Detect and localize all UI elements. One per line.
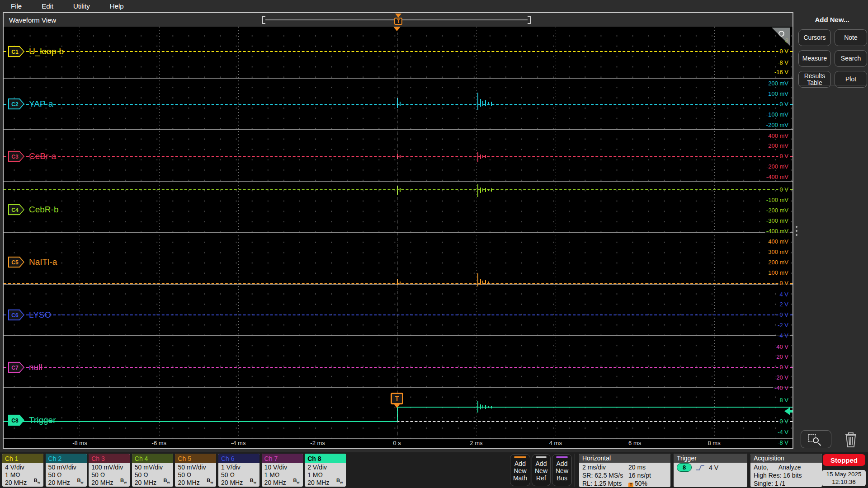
- channel-badge-c4[interactable]: C4: [8, 204, 24, 216]
- axis-label-c6: -4 V: [776, 333, 790, 339]
- waveform-burst: [477, 401, 478, 413]
- zoom-box-button[interactable]: [801, 430, 831, 448]
- channel-settings-body-ch2: 50 mV/div50 Ω20 MHzBw: [46, 463, 87, 487]
- time-axis-label: 4 ms: [549, 440, 562, 446]
- waveform-trace-c8-high[interactable]: [397, 407, 793, 408]
- channel-badge-c2[interactable]: C2: [8, 99, 24, 110]
- waveform-burst: [485, 100, 486, 106]
- axis-label-c7: 0 V: [778, 364, 790, 371]
- axis-label-c5: 0 V: [778, 280, 790, 286]
- waveform-trace-c7[interactable]: [4, 367, 793, 368]
- waveform-burst: [485, 280, 486, 285]
- waveform-trace-c5[interactable]: [4, 283, 793, 284]
- menu-help[interactable]: Help: [110, 2, 124, 10]
- waveform-trace-c6[interactable]: [4, 314, 793, 315]
- bandwidth-limit-icon: Bw: [336, 477, 343, 486]
- channel-badge-c7[interactable]: C7: [8, 362, 24, 373]
- bandwidth-limit-icon: Bw: [77, 477, 83, 486]
- waveform-burst: [488, 102, 489, 106]
- acquisition-panel[interactable]: Acquisition Auto,Analyze High Res: 16 bi…: [750, 454, 822, 487]
- run-stop-status[interactable]: Stopped: [823, 454, 865, 466]
- trash-icon[interactable]: [843, 431, 859, 448]
- channel-badge-inner-c5: C5: [9, 258, 24, 267]
- channel-settings-ch4[interactable]: Ch 450 mV/div50 Ω20 MHzBw: [132, 454, 173, 487]
- time-axis-label: -2 ms: [310, 440, 325, 446]
- waveform-burst: [485, 188, 486, 192]
- axis-label-c3: 400 mV: [767, 133, 790, 139]
- side-panel: Add New... Cursors Note Measure Search R…: [796, 12, 868, 452]
- waveform-burst: [480, 279, 481, 285]
- bandwidth-limit-icon: Bw: [120, 477, 127, 486]
- channel-settings-body-ch3: 100 mV/div50 Ω20 MHzBw: [89, 463, 130, 487]
- channel-settings-header-ch6: Ch 6: [218, 454, 259, 463]
- channel-settings-ch3[interactable]: Ch 3100 mV/div50 Ω20 MHzBw: [89, 454, 130, 487]
- channel-label-c6[interactable]: LYSO: [29, 310, 51, 320]
- channel-settings-body-ch7: 10 V/div1 MΩ20 MHzBw: [262, 463, 303, 487]
- channel-label-c3[interactable]: CeBr-a: [29, 151, 56, 161]
- trigger-panel[interactable]: Trigger 8 4 V: [674, 454, 747, 487]
- waveform-trace-c4[interactable]: [4, 189, 793, 190]
- trigger-source-badge: 8: [677, 463, 692, 472]
- channel-badge-c5[interactable]: C5: [8, 257, 24, 268]
- axis-label-c4: -200 mV: [765, 207, 790, 214]
- channel-badge-c1[interactable]: C1: [8, 46, 24, 57]
- axis-label-c5: 100 mV: [767, 270, 790, 276]
- channel-badge-inner-c3: C3: [9, 152, 24, 161]
- time-axis-label: -8 ms: [72, 440, 87, 446]
- channel-badge-c6[interactable]: C6: [8, 310, 24, 321]
- waveform-burst: [480, 188, 481, 193]
- waveform-trace-c8-low[interactable]: [4, 421, 397, 422]
- channel-badge-inner-c2: C2: [9, 99, 24, 109]
- channel-label-c1[interactable]: U_loop-b: [29, 47, 64, 56]
- waveform-burst: [480, 155, 481, 159]
- menu-file[interactable]: File: [11, 2, 22, 10]
- search-button[interactable]: Search: [835, 50, 867, 67]
- channel-settings-ch8[interactable]: Ch 82 V/div1 MΩ20 MHzBw: [305, 454, 346, 487]
- axis-label-c1: 0 V: [778, 48, 790, 55]
- add-new-ref-button[interactable]: Add New Ref: [532, 454, 551, 486]
- channel-settings-ch2[interactable]: Ch 250 mV/div50 Ω20 MHzBw: [46, 454, 87, 487]
- horizontal-panel[interactable]: Horizontal 2 ms/div20 ms SR: 62.5 MS/s16…: [579, 454, 670, 487]
- channel-settings-ch7[interactable]: Ch 710 V/div1 MΩ20 MHzBw: [262, 454, 303, 487]
- waveform-burst: [491, 188, 492, 192]
- channel-scale: 50 mV/div: [178, 464, 216, 471]
- channel-scale: 4 V/div: [5, 464, 43, 471]
- note-button[interactable]: Note: [835, 29, 867, 46]
- time-axis-label: 2 ms: [470, 440, 482, 446]
- add-new-title: Add New...: [796, 16, 868, 23]
- axis-label-c7: 20 V: [775, 354, 790, 360]
- menu-utility[interactable]: Utility: [73, 2, 90, 10]
- trigger-title: Trigger: [674, 454, 747, 463]
- zoom-corner-button[interactable]: [772, 28, 790, 46]
- menu-edit[interactable]: Edit: [42, 2, 53, 10]
- add-new-bus-button[interactable]: Add New Bus: [552, 454, 572, 486]
- channel-label-c5[interactable]: NaITl-a: [29, 257, 57, 267]
- panel-drag-handle[interactable]: [795, 224, 798, 238]
- acquisition-title: Acquisition: [750, 454, 822, 463]
- channel-label-c4[interactable]: CebR-b: [29, 205, 58, 215]
- datetime-box: 15 May 2025 12:10:36: [822, 470, 866, 486]
- channel-settings-ch6[interactable]: Ch 61 V/div50 Ω20 MHzBw: [218, 454, 259, 487]
- axis-label-c1: -16 V: [773, 69, 790, 75]
- waveform-trace-c1[interactable]: [4, 51, 793, 52]
- channel-settings-ch5[interactable]: Ch 550 mV/div50 Ω20 MHzBw: [175, 454, 216, 487]
- axis-label-c4: 0 V: [778, 187, 790, 193]
- channel-label-c8[interactable]: Trigger: [29, 415, 56, 425]
- axis-label-c2: 200 mV: [767, 80, 790, 87]
- channel-label-c2[interactable]: YAP-a: [29, 99, 53, 109]
- channel-badge-c3[interactable]: C3: [8, 151, 24, 162]
- cursors-button[interactable]: Cursors: [798, 29, 831, 46]
- channel-label-c7[interactable]: null: [29, 362, 42, 372]
- graticule[interactable]: -8 ms-6 ms-4 ms-2 ms0 s2 ms4 ms6 ms8 ms8…: [4, 27, 793, 448]
- channel-badge-c8[interactable]: C8: [8, 415, 24, 426]
- add-new-math-button[interactable]: Add New Math: [510, 454, 530, 486]
- waveform-trace-c3[interactable]: [4, 156, 793, 157]
- trigger-indicator-tip: [394, 404, 400, 408]
- channel-settings-ch1[interactable]: Ch 14 V/div1 MΩ20 MHzBw: [2, 454, 43, 487]
- panel-divider: [799, 85, 867, 85]
- axis-label-c8: 8 V: [778, 397, 790, 404]
- waveform-trace-c2[interactable]: [4, 104, 793, 105]
- trigger-position-marker[interactable]: T: [394, 18, 402, 25]
- trigger-indicator[interactable]: T: [391, 393, 403, 404]
- measure-button[interactable]: Measure: [798, 50, 831, 67]
